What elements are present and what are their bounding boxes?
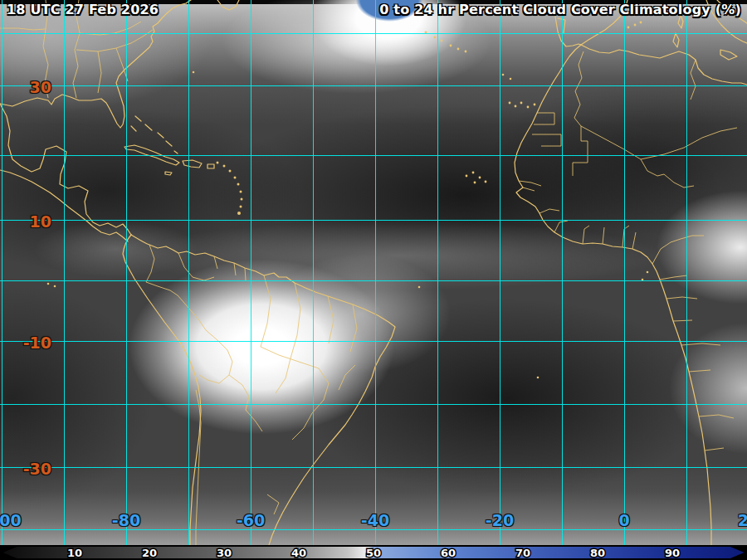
gridline-lon--60: [251, 0, 251, 545]
colorbar-svg: 102030405060708090: [0, 545, 747, 560]
gridline-lat-0: [0, 280, 747, 281]
gridline-lon-0: [624, 0, 625, 545]
border-paths: [0, 0, 737, 545]
colorbar: 102030405060708090: [0, 545, 747, 560]
gridline-lat-10: [0, 220, 747, 221]
colorbar-label-90: 90: [665, 547, 680, 559]
gridline-lat--40: [0, 529, 747, 530]
colorbar-label-10: 10: [67, 547, 82, 559]
gridline-lon-10: [686, 0, 687, 545]
colorbar-label-50: 50: [366, 547, 381, 559]
colorbar-label-70: 70: [515, 547, 530, 559]
lat-label--10: -10: [23, 334, 51, 352]
gridline-lon--80: [126, 0, 127, 545]
colorbar-label-20: 20: [142, 547, 157, 559]
gridline-lat--10: [0, 341, 747, 342]
lon-label--20: -20: [486, 511, 514, 529]
gridline-lat-30: [0, 85, 747, 86]
gridline-lat-40: [0, 33, 747, 34]
timestamp-title: 18 UTC 27 Feb 2026: [7, 2, 159, 17]
colorbar-label-30: 30: [217, 547, 232, 559]
lon-label--40: -40: [361, 511, 389, 529]
gridline-lon--20: [500, 0, 500, 545]
map-canvas: 3010-10-30-100-80-60-40-20020 18 UTC 27 …: [0, 0, 747, 545]
gridline-lon--30: [437, 0, 438, 545]
gridline-lat--30: [0, 467, 747, 468]
lat-label-10: 10: [30, 212, 51, 231]
gridline-lon--90: [64, 0, 65, 545]
colorbar-label-80: 80: [590, 547, 605, 559]
gridline-lon--10: [562, 0, 563, 545]
lon-label--100: -100: [0, 511, 22, 529]
lat-label--30: -30: [23, 460, 51, 478]
lon-label-0: 0: [618, 511, 629, 529]
colorbar-label-40: 40: [291, 547, 306, 559]
gridline-lon--70: [188, 0, 189, 545]
lat-label-30: 30: [30, 78, 51, 96]
gridline-lon--100: [2, 0, 2, 545]
lon-label--80: -80: [112, 511, 140, 529]
gridline-lat-20: [0, 155, 747, 156]
coastlines-layer: [0, 0, 747, 545]
lon-label--60: -60: [237, 511, 265, 529]
gridline-lat--20: [0, 404, 747, 405]
cloud-climatology-screenshot: 3010-10-30-100-80-60-40-20020 18 UTC 27 …: [0, 0, 747, 560]
gridline-lon--40: [375, 0, 376, 545]
lon-label-20: 20: [738, 511, 747, 529]
product-title: 0 to 24 hr Percent Cloud Cover Climatolo…: [379, 2, 741, 17]
colorbar-label-60: 60: [441, 547, 456, 559]
gridline-lon--50: [313, 0, 314, 545]
coastline-paths: [0, 0, 747, 545]
